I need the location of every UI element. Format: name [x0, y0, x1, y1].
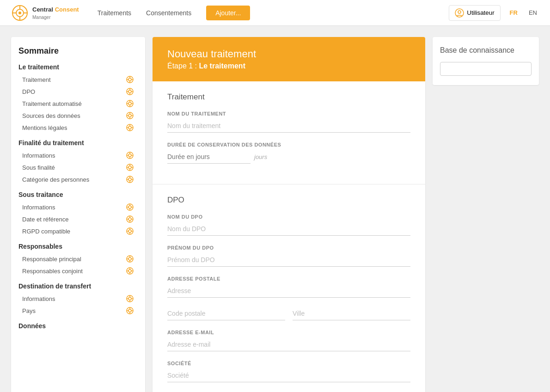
field-nom-dpo: NOM DU DPO	[167, 214, 410, 236]
svg-point-70	[128, 230, 131, 233]
field-email: ADRESSE E-MAIL	[167, 330, 410, 351]
logo-text: Central Consent Manager	[32, 6, 79, 20]
input-nom-dpo[interactable]	[167, 222, 410, 236]
sidebar-item-sous-finalite[interactable]: Sous finalité	[18, 161, 138, 173]
sidebar-section-finalite: Finalité du traitement	[18, 139, 138, 147]
orange-header: Nouveau traitement Étape 1 : Le traiteme…	[153, 37, 425, 81]
field-adresse: ADRESSE POSTALE	[167, 276, 410, 298]
field-code-ville	[167, 307, 410, 320]
duration-unit: jours	[254, 153, 267, 160]
form-container: Traitement NOM DU TRAITEMENT DURÉE DE CO…	[153, 81, 425, 392]
sidebar-section-sous-traitance: Sous traitance	[18, 191, 138, 198]
gdpr-icon-traitement	[126, 75, 134, 84]
input-prenom-dpo[interactable]	[167, 253, 410, 267]
sidebar-item-responsables-conjoint[interactable]: Responsables conjoint	[18, 265, 138, 277]
subtitle-bold: Le traitement	[199, 62, 245, 70]
form-section-traitement: Traitement NOM DU TRAITEMENT DURÉE DE CO…	[153, 81, 425, 184]
svg-point-40	[128, 154, 131, 157]
sidebar-item-dpo[interactable]: DPO	[18, 86, 138, 98]
input-duree[interactable]	[167, 150, 251, 164]
sidebar-item-pays[interactable]: Pays	[18, 305, 138, 317]
utilisateur-button[interactable]: Utilisateur	[449, 5, 500, 21]
ajouter-button[interactable]: Ajouter...	[206, 6, 250, 20]
right-panel: Base de connaissance	[433, 37, 539, 392]
svg-point-10	[128, 78, 131, 81]
svg-point-52	[128, 178, 131, 181]
sidebar: Sommaire Le traitement Traitement DPO Tr…	[11, 37, 145, 392]
sidebar-section-responsables: Responsables	[18, 243, 138, 250]
gdpr-icon-sti	[126, 203, 134, 211]
field-duree: DURÉE DE CONSERVATION DES DONNÉES jours	[167, 142, 410, 164]
svg-point-88	[128, 297, 131, 300]
gdpr-icon-auto	[126, 99, 134, 108]
svg-point-2	[18, 12, 21, 14]
gdpr-icon-rgpd	[126, 227, 134, 235]
user-icon	[455, 8, 464, 18]
header-right: Utilisateur FR EN	[449, 5, 539, 21]
duration-row: jours	[167, 150, 410, 164]
gdpr-icon-rp	[126, 255, 134, 263]
gdpr-icon-sources	[126, 111, 134, 120]
svg-point-22	[128, 102, 131, 105]
sidebar-item-mentions[interactable]: Mentions légales	[18, 122, 138, 134]
logo: Central Consent Manager	[11, 4, 79, 22]
input-societe[interactable]	[167, 369, 410, 382]
logo-manager: Manager	[32, 15, 50, 20]
input-code-postal[interactable]	[167, 307, 285, 320]
svg-point-46	[128, 166, 131, 169]
sidebar-item-traitement-automatise[interactable]: Traitement automatisé	[18, 98, 138, 110]
svg-point-34	[128, 126, 131, 129]
section-title-dpo: DPO	[167, 196, 410, 205]
gdpr-icon-cp	[126, 175, 134, 184]
sidebar-item-date-reference[interactable]: Date et référence	[18, 213, 138, 225]
sidebar-item-finalite-informations[interactable]: Informations	[18, 149, 138, 161]
label-email: ADRESSE E-MAIL	[167, 330, 410, 335]
logo-central: Central	[32, 6, 53, 13]
svg-point-94	[128, 309, 131, 312]
page-title: Nouveau traitement	[167, 48, 410, 60]
utilisateur-label: Utilisateur	[467, 9, 494, 16]
sidebar-section-le-traitement: Le traitement	[18, 63, 138, 71]
input-ville[interactable]	[293, 307, 410, 320]
sidebar-item-categorie-personnes[interactable]: Catégorie des personnes	[18, 173, 138, 185]
lang-en[interactable]: EN	[527, 8, 539, 17]
input-nom-traitement[interactable]	[167, 119, 410, 133]
sidebar-section-donnees: Données	[18, 322, 138, 330]
knowledge-title: Base de connaissance	[440, 46, 532, 55]
section-title-traitement: Traitement	[167, 92, 410, 102]
sidebar-item-traitement[interactable]: Traitement	[18, 74, 138, 86]
search-input[interactable]	[449, 65, 530, 73]
gdpr-icon-mentions	[126, 123, 134, 132]
knowledge-base: Base de connaissance	[433, 37, 539, 85]
search-box	[440, 62, 532, 76]
gdpr-icon-rc	[126, 267, 134, 275]
page-body: Sommaire Le traitement Traitement DPO Tr…	[0, 26, 550, 392]
nav-consentements[interactable]: Consentements	[146, 9, 191, 17]
svg-point-76	[128, 257, 131, 260]
gdpr-icon-sf	[126, 163, 134, 172]
subtitle-prefix: Étape 1 :	[167, 62, 199, 70]
sidebar-item-responsable-principal[interactable]: Responsable principal	[18, 253, 138, 265]
sidebar-item-rgpd[interactable]: RGPD compatible	[18, 225, 138, 237]
code-ville-row	[167, 307, 410, 320]
lang-fr[interactable]: FR	[508, 8, 519, 17]
label-nom-traitement: NOM DU TRAITEMENT	[167, 111, 410, 116]
sidebar-item-sources[interactable]: Sources des données	[18, 110, 138, 122]
input-email[interactable]	[167, 338, 410, 351]
input-adresse[interactable]	[167, 284, 410, 298]
gdpr-icon-di	[126, 294, 134, 303]
svg-point-8	[458, 11, 461, 13]
gdpr-icon-dr	[126, 215, 134, 223]
sidebar-item-st-informations[interactable]: Informations	[18, 201, 138, 213]
sidebar-item-dest-informations[interactable]: Informations	[18, 293, 138, 305]
logo-icon	[11, 4, 29, 22]
main-content: Nouveau traitement Étape 1 : Le traiteme…	[153, 37, 425, 392]
nav-traitements[interactable]: Traitements	[98, 9, 131, 17]
header: Central Consent Manager Traitements Cons…	[0, 0, 550, 26]
svg-point-16	[128, 90, 131, 93]
label-duree: DURÉE DE CONSERVATION DES DONNÉES	[167, 142, 410, 147]
field-nom-traitement: NOM DU TRAITEMENT	[167, 111, 410, 133]
svg-point-28	[128, 114, 131, 117]
main-nav: Traitements Consentements Ajouter...	[98, 6, 449, 20]
gdpr-icon-dpo	[126, 87, 134, 96]
